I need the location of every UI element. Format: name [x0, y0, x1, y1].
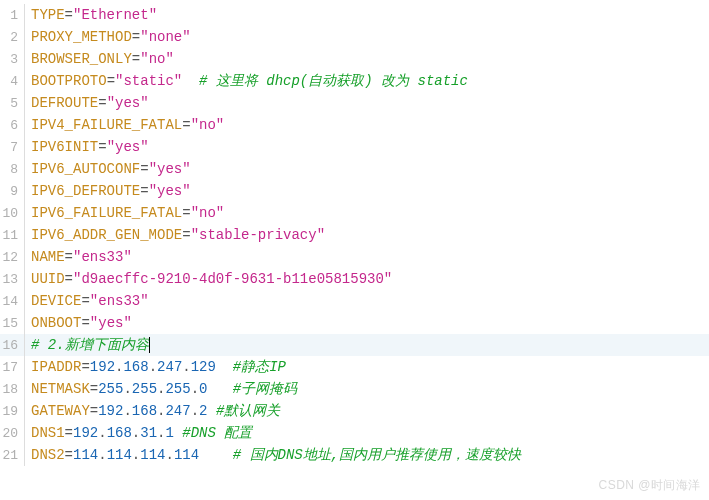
- token: =: [140, 183, 148, 199]
- code-content[interactable]: UUID="d9aecffc-9210-4d0f-9631-b11e058159…: [31, 268, 709, 290]
- code-content[interactable]: PROXY_METHOD="none": [31, 26, 709, 48]
- token: #DNS 配置: [182, 425, 252, 441]
- gutter-divider: [24, 70, 25, 92]
- token: =: [182, 117, 190, 133]
- code-line[interactable]: 15ONBOOT="yes": [0, 312, 709, 334]
- token: ONBOOT: [31, 315, 81, 331]
- token: GATEWAY: [31, 403, 90, 419]
- gutter-divider: [24, 26, 25, 48]
- code-line[interactable]: 3BROWSER_ONLY="no": [0, 48, 709, 70]
- token: DEVICE: [31, 293, 81, 309]
- token: "yes": [149, 183, 191, 199]
- code-content[interactable]: NETMASK=255.255.255.0 #子网掩码: [31, 378, 709, 400]
- code-line[interactable]: 18NETMASK=255.255.255.0 #子网掩码: [0, 378, 709, 400]
- token: =: [98, 95, 106, 111]
- gutter-divider: [24, 422, 25, 444]
- code-line[interactable]: 14DEVICE="ens33": [0, 290, 709, 312]
- code-content[interactable]: IPV6_ADDR_GEN_MODE="stable-privacy": [31, 224, 709, 246]
- gutter-divider: [24, 158, 25, 180]
- token: =: [182, 205, 190, 221]
- token: 247: [157, 359, 182, 375]
- gutter-divider: [24, 444, 25, 466]
- code-content[interactable]: ONBOOT="yes": [31, 312, 709, 334]
- code-line[interactable]: 21DNS2=114.114.114.114 # 国内DNS地址,国内用户推荐使…: [0, 444, 709, 466]
- code-content[interactable]: GATEWAY=192.168.247.2 #默认网关: [31, 400, 709, 422]
- code-line[interactable]: 10IPV6_FAILURE_FATAL="no": [0, 202, 709, 224]
- token: .: [191, 381, 199, 397]
- token: 2: [199, 403, 207, 419]
- token: "yes": [107, 95, 149, 111]
- code-content[interactable]: BOOTPROTO="static" # 这里将 dhcp(自动获取) 改为 s…: [31, 70, 709, 92]
- code-content[interactable]: NAME="ens33": [31, 246, 709, 268]
- code-content[interactable]: IPV6_AUTOCONF="yes": [31, 158, 709, 180]
- token: 1: [165, 425, 173, 441]
- line-number: 9: [0, 181, 24, 203]
- token: 247: [165, 403, 190, 419]
- token: IPADDR: [31, 359, 81, 375]
- token: 114: [140, 447, 165, 463]
- gutter-divider: [24, 224, 25, 246]
- code-content[interactable]: IPV6INIT="yes": [31, 136, 709, 158]
- line-number: 19: [0, 401, 24, 423]
- line-number: 16: [0, 335, 24, 357]
- token: IPV6_AUTOCONF: [31, 161, 140, 177]
- code-line[interactable]: 12NAME="ens33": [0, 246, 709, 268]
- code-content[interactable]: IPADDR=192.168.247.129 #静态IP: [31, 356, 709, 378]
- code-line[interactable]: 7IPV6INIT="yes": [0, 136, 709, 158]
- token: # 这里将 dhcp(自动获取) 改为 static: [199, 73, 468, 89]
- token: TYPE: [31, 7, 65, 23]
- token: "Ethernet": [73, 7, 157, 23]
- line-number: 13: [0, 269, 24, 291]
- token: IPV4_FAILURE_FATAL: [31, 117, 182, 133]
- gutter-divider: [24, 246, 25, 268]
- watermark: CSDN @时间海洋: [598, 477, 701, 494]
- gutter-divider: [24, 202, 25, 224]
- line-number: 10: [0, 203, 24, 225]
- code-content[interactable]: BROWSER_ONLY="no": [31, 48, 709, 70]
- line-number: 21: [0, 445, 24, 467]
- token: =: [90, 403, 98, 419]
- code-content[interactable]: IPV4_FAILURE_FATAL="no": [31, 114, 709, 136]
- token: .: [132, 447, 140, 463]
- code-line[interactable]: 20DNS1=192.168.31.1 #DNS 配置: [0, 422, 709, 444]
- code-content[interactable]: DEFROUTE="yes": [31, 92, 709, 114]
- gutter-divider: [24, 312, 25, 334]
- code-content[interactable]: DEVICE="ens33": [31, 290, 709, 312]
- code-line[interactable]: 5DEFROUTE="yes": [0, 92, 709, 114]
- code-line[interactable]: 11IPV6_ADDR_GEN_MODE="stable-privacy": [0, 224, 709, 246]
- code-editor[interactable]: 1TYPE="Ethernet"2PROXY_METHOD="none"3BRO…: [0, 0, 709, 466]
- line-number: 5: [0, 93, 24, 115]
- gutter-divider: [24, 4, 25, 26]
- token: .: [98, 425, 106, 441]
- code-content[interactable]: IPV6_FAILURE_FATAL="no": [31, 202, 709, 224]
- code-line[interactable]: 17IPADDR=192.168.247.129 #静态IP: [0, 356, 709, 378]
- code-line[interactable]: 2PROXY_METHOD="none": [0, 26, 709, 48]
- code-line[interactable]: 16# 2.新增下面内容: [0, 334, 709, 356]
- token: 192: [98, 403, 123, 419]
- token: IPV6_DEFROUTE: [31, 183, 140, 199]
- token: =: [65, 425, 73, 441]
- token: 255: [165, 381, 190, 397]
- code-content[interactable]: # 2.新增下面内容: [31, 334, 709, 356]
- token: =: [132, 51, 140, 67]
- code-line[interactable]: 4BOOTPROTO="static" # 这里将 dhcp(自动获取) 改为 …: [0, 70, 709, 92]
- token: .: [123, 403, 131, 419]
- code-content[interactable]: DNS1=192.168.31.1 #DNS 配置: [31, 422, 709, 444]
- token: "static": [115, 73, 182, 89]
- token: [208, 381, 233, 397]
- token: =: [65, 7, 73, 23]
- code-line[interactable]: 6IPV4_FAILURE_FATAL="no": [0, 114, 709, 136]
- token: =: [90, 381, 98, 397]
- code-line[interactable]: 8IPV6_AUTOCONF="yes": [0, 158, 709, 180]
- token: .: [165, 447, 173, 463]
- code-line[interactable]: 9IPV6_DEFROUTE="yes": [0, 180, 709, 202]
- code-content[interactable]: DNS2=114.114.114.114 # 国内DNS地址,国内用户推荐使用，…: [31, 444, 709, 466]
- code-content[interactable]: IPV6_DEFROUTE="yes": [31, 180, 709, 202]
- code-line[interactable]: 1TYPE="Ethernet": [0, 4, 709, 26]
- gutter-divider: [24, 400, 25, 422]
- code-line[interactable]: 13UUID="d9aecffc-9210-4d0f-9631-b11e0581…: [0, 268, 709, 290]
- code-line[interactable]: 19GATEWAY=192.168.247.2 #默认网关: [0, 400, 709, 422]
- token: DNS1: [31, 425, 65, 441]
- token: "no": [191, 205, 225, 221]
- code-content[interactable]: TYPE="Ethernet": [31, 4, 709, 26]
